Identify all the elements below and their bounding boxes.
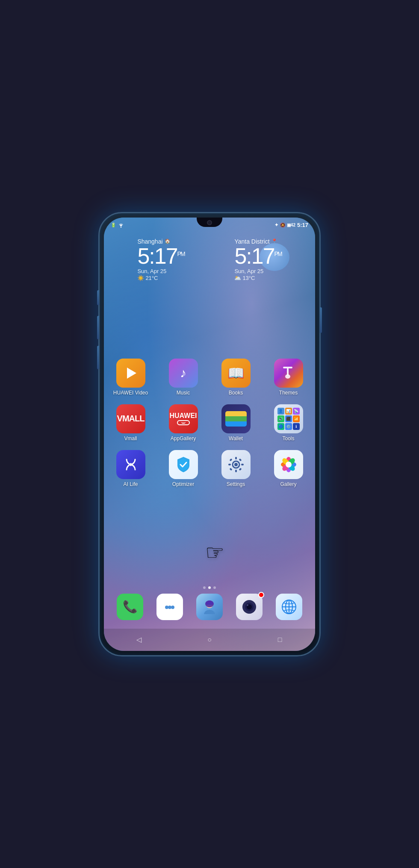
status-bar: 🔋 ✦ 🔕 ▣42 5:17 (104, 219, 315, 231)
app-themes[interactable]: Themes (270, 359, 307, 396)
volume-up-button[interactable] (97, 316, 99, 339)
nav-recent[interactable]: □ (274, 633, 286, 646)
weather-icon-left: ☀️ (137, 275, 144, 281)
camera-badge (258, 592, 264, 598)
app-row-2: VMALL Vmall HUAWEI AppGallery (112, 404, 307, 441)
nav-back[interactable]: ◁ (133, 633, 145, 646)
optimizer-label: Optimizer (172, 481, 194, 487)
power-button[interactable] (320, 307, 322, 333)
clock-right: Yanta District 📍 5:17PM Sun, Apr 25 🌥️ 1… (234, 238, 281, 281)
time-right: 5:17PM (234, 245, 281, 267)
city-right: Yanta District 📍 (234, 238, 281, 245)
time-left: 5:17PM (137, 245, 184, 267)
dock-phone[interactable]: 📞 (117, 594, 143, 620)
app-dock: 📞 (110, 588, 309, 626)
ailife-icon (116, 450, 145, 479)
app-gallery[interactable]: Gallery (270, 450, 307, 487)
app-vmall[interactable]: VMALL Vmall (112, 404, 149, 441)
svg-rect-6 (235, 457, 237, 459)
svg-rect-7 (235, 470, 237, 472)
gallery-label: Gallery (280, 481, 296, 487)
phone-icon: 📞 (117, 594, 143, 620)
status-right-icons: ✦ 🔕 ▣42 5:17 (274, 222, 308, 228)
books-icon: 📖 (221, 359, 251, 388)
svg-rect-12 (239, 458, 242, 461)
svg-point-0 (121, 227, 121, 227)
bluetooth-icon: ✦ (274, 222, 278, 228)
camera-icon (236, 594, 263, 620)
clock-section: Shanghai 🏠 5:17PM Sun, Apr 25 ☀️ 21°C Ya… (104, 238, 315, 281)
clock-left: Shanghai 🏠 5:17PM Sun, Apr 25 ☀️ 21°C (137, 238, 184, 281)
phone-frame: 🔋 ✦ 🔕 ▣42 5:17 Shanghai 🏠 (98, 212, 321, 656)
app-wallet[interactable]: Wallet (218, 404, 254, 441)
support-icon (196, 594, 223, 620)
gallery-flower (279, 455, 298, 474)
volume-down-button[interactable] (97, 346, 99, 369)
dock-messages[interactable] (156, 594, 183, 620)
camera-symbol (240, 598, 258, 616)
optimizer-shield (174, 455, 193, 474)
books-label: Books (229, 390, 243, 396)
browser-icon (276, 594, 302, 620)
app-tools[interactable]: 👤 📊 📡 🔊 ⬛ 📶 🔵 ⚙️ ℹ Tools (270, 404, 307, 441)
wifi-icon (118, 223, 124, 228)
svg-rect-13 (229, 468, 232, 471)
vmall-icon: VMALL (116, 404, 145, 433)
wallet-icon (221, 404, 251, 433)
svg-rect-9 (241, 464, 244, 465)
optimizer-icon (169, 450, 198, 479)
svg-point-5 (234, 463, 238, 466)
messages-bubble-icon (162, 599, 178, 615)
weather-right: 🌥️ 13°C (234, 275, 281, 281)
app-row-3: AI Life Optimizer (112, 450, 307, 487)
support-avatar (201, 598, 218, 616)
nav-bar: ◁ ○ □ (104, 629, 315, 651)
svg-point-24 (168, 606, 171, 609)
app-huawei-video[interactable]: HUAWEI Video (112, 359, 149, 396)
app-settings[interactable]: Settings (218, 450, 254, 487)
svg-point-31 (247, 604, 248, 606)
weather-left: ☀️ 21°C (137, 275, 184, 281)
themes-label: Themes (279, 390, 298, 396)
svg-rect-11 (239, 468, 242, 471)
settings-label: Settings (227, 481, 245, 487)
appgallery-label: AppGallery (171, 435, 196, 441)
svg-rect-10 (229, 458, 232, 461)
vmall-label: Vmall (124, 435, 137, 441)
huawei-video-label: HUAWEI Video (113, 390, 148, 396)
svg-point-23 (165, 606, 168, 609)
status-left-icons: 🔋 (111, 223, 124, 228)
ailife-label: AI Life (123, 481, 138, 487)
music-icon: ♪ (169, 359, 198, 388)
cursor-hand: ☞ (205, 542, 227, 568)
app-appgallery[interactable]: HUAWEI AppGallery (165, 404, 201, 441)
themes-icon (274, 359, 303, 388)
music-label: Music (177, 390, 190, 396)
battery-icon: ▣42 (287, 223, 295, 227)
dock-support[interactable] (196, 594, 223, 620)
location-icon: 📍 (271, 238, 277, 244)
dock-camera[interactable] (236, 594, 263, 620)
tools-icon: 👤 📊 📡 🔊 ⬛ 📶 🔵 ⚙️ ℹ (274, 404, 303, 433)
app-row-1: HUAWEI Video ♪ Music 📖 Books (112, 359, 307, 396)
weather-icon-right: 🌥️ (234, 275, 241, 281)
dock-browser[interactable] (276, 594, 302, 620)
sim-icon: 🔋 (111, 223, 116, 227)
date-left: Sun, Apr 25 (137, 268, 184, 274)
ailife-symbol (122, 456, 139, 473)
gallery-icon (274, 450, 303, 479)
app-grid: HUAWEI Video ♪ Music 📖 Books (104, 359, 315, 496)
nav-home[interactable]: ○ (203, 633, 216, 646)
phone-screen: 🔋 ✦ 🔕 ▣42 5:17 Shanghai 🏠 (104, 218, 315, 651)
svg-point-3 (285, 374, 290, 379)
settings-gear (227, 455, 245, 474)
appgallery-icon: HUAWEI (169, 404, 198, 433)
svg-point-22 (286, 462, 292, 468)
mute-icon: 🔕 (280, 223, 285, 227)
browser-globe (280, 598, 298, 616)
app-optimizer[interactable]: Optimizer (165, 450, 201, 487)
app-ailife[interactable]: AI Life (112, 450, 149, 487)
app-books[interactable]: 📖 Books (218, 359, 254, 396)
home-icon: 🏠 (165, 238, 171, 244)
app-music[interactable]: ♪ Music (165, 359, 201, 396)
